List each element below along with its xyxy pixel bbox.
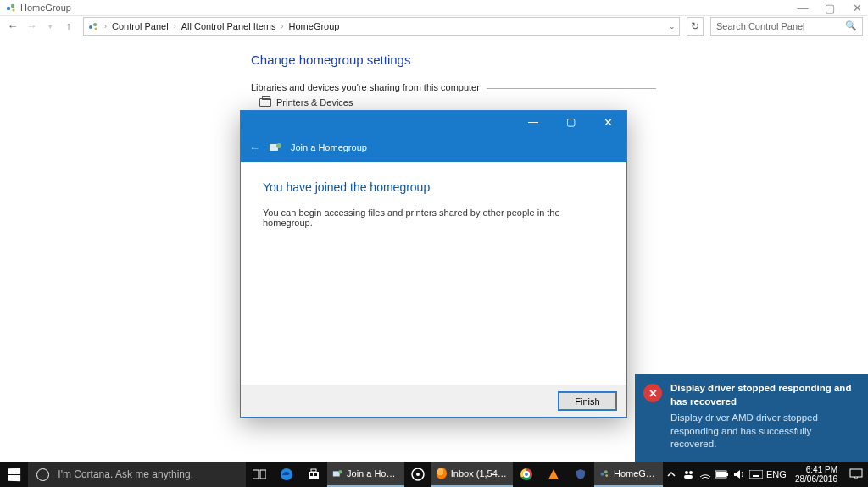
join-homegroup-dialog: — ▢ ✕ ← Join a Homegroup You have joined… bbox=[240, 110, 627, 418]
recent-locations-button[interactable]: ▾ bbox=[42, 19, 58, 34]
windows-logo-icon bbox=[8, 468, 21, 481]
taskbar-app-edge[interactable] bbox=[273, 462, 300, 487]
cortana-icon bbox=[36, 468, 49, 481]
language-indicator[interactable]: ENG bbox=[765, 462, 788, 487]
svg-rect-11 bbox=[309, 472, 319, 479]
dialog-back-button[interactable]: ← bbox=[249, 141, 260, 154]
svg-point-5 bbox=[95, 27, 97, 30]
cortana-search-input[interactable]: I'm Cortana. Ask me anything. bbox=[28, 462, 246, 487]
dialog-titlebar[interactable]: — ▢ ✕ bbox=[241, 111, 626, 133]
homegroup-icon bbox=[87, 20, 99, 32]
edge-icon bbox=[280, 468, 293, 481]
svg-point-1 bbox=[11, 4, 14, 8]
dialog-heading: You have joined the homegroup bbox=[263, 180, 604, 194]
svg-rect-31 bbox=[850, 469, 862, 477]
svg-rect-8 bbox=[253, 470, 259, 479]
volume-icon[interactable] bbox=[731, 462, 748, 487]
error-icon: ✕ bbox=[643, 384, 662, 402]
taskbar-app-utility[interactable] bbox=[567, 462, 594, 487]
explorer-toolbar: ← → ▾ ↑ › Control Panel › All Control Pa… bbox=[0, 15, 868, 36]
taskbar-clock[interactable]: 6:41 PM 28/06/2016 bbox=[788, 465, 844, 484]
breadcrumb[interactable]: All Control Panel Items bbox=[181, 21, 276, 31]
taskbar-app-store[interactable] bbox=[300, 462, 327, 487]
svg-rect-24 bbox=[684, 475, 693, 479]
dialog-maximize-button[interactable]: ▢ bbox=[552, 111, 589, 133]
back-button[interactable]: ← bbox=[5, 19, 20, 34]
clock-time: 6:41 PM bbox=[795, 465, 837, 475]
svg-point-23 bbox=[689, 471, 693, 474]
svg-point-16 bbox=[338, 470, 342, 473]
task-view-button[interactable] bbox=[246, 462, 273, 487]
taskbar-label: HomeGroup bbox=[614, 468, 658, 479]
forward-button[interactable]: → bbox=[24, 19, 39, 34]
window-titlebar: HomeGroup — ▢ ✕ bbox=[0, 0, 868, 15]
page-heading[interactable]: Change homegroup settings bbox=[251, 53, 868, 67]
svg-rect-27 bbox=[726, 473, 728, 476]
dialog-footer: Finish bbox=[241, 385, 626, 417]
dialog-minimize-button[interactable]: — bbox=[515, 111, 552, 133]
battery-icon[interactable] bbox=[714, 462, 731, 487]
svg-point-22 bbox=[685, 471, 688, 474]
svg-point-7 bbox=[276, 143, 281, 148]
dialog-close-button[interactable]: ✕ bbox=[589, 111, 626, 133]
svg-rect-12 bbox=[311, 469, 316, 472]
taskbar: I'm Cortana. Ask me anything. Join a Hom… bbox=[0, 462, 868, 487]
taskbar-app-join-homegroup[interactable]: Join a Home... bbox=[327, 462, 404, 487]
window-title: HomeGroup bbox=[20, 3, 71, 13]
taskbar-app-groove[interactable] bbox=[404, 462, 431, 487]
address-dropdown-button[interactable]: ⌄ bbox=[669, 22, 676, 30]
printer-icon bbox=[259, 98, 271, 107]
clock-date: 28/06/2016 bbox=[795, 474, 837, 484]
taskbar-app-vlc[interactable] bbox=[540, 462, 567, 487]
minimize-button[interactable]: — bbox=[797, 2, 809, 14]
notification-toast[interactable]: ✕ Display driver stopped responding and … bbox=[635, 374, 868, 462]
toast-title: Display driver stopped responding and ha… bbox=[670, 382, 856, 408]
homegroup-icon bbox=[5, 2, 17, 14]
sharing-section-label: Libraries and devices you're sharing fro… bbox=[251, 82, 480, 92]
shared-item-row: Printers & Devices bbox=[259, 97, 868, 108]
firefox-icon bbox=[437, 468, 447, 479]
svg-point-20 bbox=[604, 470, 608, 473]
finish-button[interactable]: Finish bbox=[559, 392, 616, 410]
svg-point-4 bbox=[93, 23, 97, 26]
up-button[interactable]: ↑ bbox=[61, 19, 76, 34]
taskbar-app-homegroup[interactable]: HomeGroup bbox=[594, 462, 663, 487]
taskbar-label: Inbox (1,548) ... bbox=[451, 468, 508, 479]
homegroup-icon bbox=[599, 468, 609, 479]
address-bar[interactable]: › Control Panel › All Control Panel Item… bbox=[83, 17, 680, 36]
svg-rect-28 bbox=[716, 472, 726, 477]
svg-rect-29 bbox=[749, 470, 763, 479]
svg-rect-9 bbox=[260, 470, 266, 479]
svg-rect-13 bbox=[310, 473, 313, 476]
homegroup-wizard-icon bbox=[332, 468, 342, 479]
taskbar-label: Join a Home... bbox=[347, 468, 399, 479]
svg-rect-14 bbox=[314, 473, 317, 476]
system-tray: ENG 6:41 PM 28/06/2016 bbox=[663, 462, 868, 487]
chevron-right-icon: › bbox=[104, 22, 107, 30]
refresh-button[interactable]: ↻ bbox=[687, 17, 704, 36]
chevron-right-icon: › bbox=[281, 22, 284, 30]
tray-overflow-button[interactable] bbox=[663, 462, 680, 487]
dialog-title: Join a Homegroup bbox=[291, 142, 367, 152]
close-button[interactable]: ✕ bbox=[851, 2, 863, 14]
shared-item-label: Printers & Devices bbox=[276, 97, 353, 108]
network-icon[interactable] bbox=[697, 462, 714, 487]
dialog-content: You have joined the homegroup You can be… bbox=[241, 162, 626, 246]
cortana-placeholder: I'm Cortana. Ask me anything. bbox=[58, 468, 193, 480]
people-icon[interactable] bbox=[680, 462, 697, 487]
search-input[interactable]: Search Control Panel 🔍 bbox=[710, 17, 863, 36]
svg-point-2 bbox=[12, 8, 14, 11]
start-button[interactable] bbox=[0, 462, 28, 487]
taskbar-app-chrome[interactable] bbox=[513, 462, 540, 487]
breadcrumb[interactable]: Control Panel bbox=[112, 21, 169, 31]
section-divider bbox=[487, 88, 656, 89]
action-center-button[interactable] bbox=[844, 462, 868, 487]
keyboard-icon[interactable] bbox=[748, 462, 765, 487]
svg-point-0 bbox=[7, 7, 10, 10]
taskbar-app-firefox[interactable]: Inbox (1,548) ... bbox=[431, 462, 513, 487]
maximize-button[interactable]: ▢ bbox=[824, 2, 836, 14]
action-center-icon bbox=[849, 468, 863, 480]
breadcrumb[interactable]: HomeGroup bbox=[289, 21, 340, 31]
task-view-icon bbox=[253, 469, 266, 479]
dialog-body-text: You can begin accessing files and printe… bbox=[263, 208, 604, 228]
